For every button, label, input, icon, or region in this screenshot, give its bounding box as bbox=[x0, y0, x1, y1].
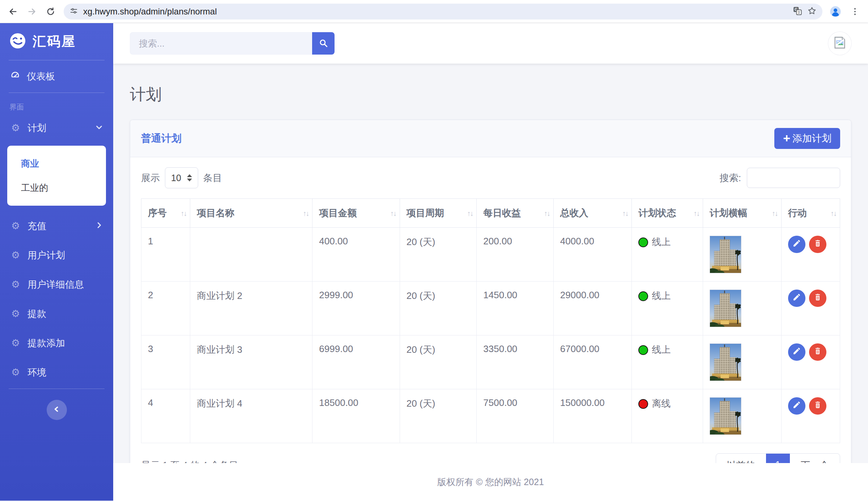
delete-button[interactable] bbox=[809, 343, 826, 361]
table-search-input[interactable] bbox=[747, 168, 840, 188]
plan-banner-image bbox=[710, 236, 741, 273]
site-settings-icon[interactable] bbox=[69, 7, 78, 17]
edit-button[interactable] bbox=[788, 343, 805, 361]
sidebar-item-label: 用户详细信息 bbox=[27, 278, 84, 291]
pagination-page-1[interactable]: 1 bbox=[766, 454, 790, 463]
profile-avatar-icon[interactable] bbox=[830, 6, 841, 17]
brand[interactable]: 汇码屋 bbox=[0, 23, 113, 59]
cell-amount: 6999.00 bbox=[312, 335, 400, 389]
translate-icon[interactable]: G文 bbox=[793, 6, 802, 17]
browser-menu-icon[interactable] bbox=[849, 6, 861, 17]
cell-actions bbox=[781, 282, 840, 335]
pencil-icon bbox=[792, 239, 801, 250]
column-name[interactable]: 项目名称 bbox=[190, 199, 312, 228]
column-period[interactable]: 项目周期 bbox=[400, 199, 477, 228]
cell-daily-profit: 200.00 bbox=[477, 228, 554, 282]
cell-serial: 4 bbox=[141, 389, 190, 443]
status-dot-online bbox=[638, 237, 648, 247]
cell-daily-profit: 3350.00 bbox=[477, 335, 554, 389]
plan-banner-image bbox=[710, 290, 741, 327]
add-plan-label: 添加计划 bbox=[792, 132, 831, 145]
sidebar-item-user-details[interactable]: 用户详细信息 bbox=[0, 270, 113, 299]
submenu-item-business[interactable]: 商业 bbox=[7, 151, 106, 176]
delete-button[interactable] bbox=[809, 397, 826, 415]
edit-button[interactable] bbox=[788, 397, 805, 415]
cell-serial: 2 bbox=[141, 282, 190, 335]
status-label: 线上 bbox=[652, 236, 671, 247]
dashboard-gauge-icon bbox=[10, 70, 20, 83]
pagination-next[interactable]: 下一个 bbox=[790, 454, 840, 463]
user-avatar[interactable] bbox=[828, 32, 851, 55]
sidebar-item-label: 充值 bbox=[27, 220, 46, 232]
cell-actions bbox=[781, 228, 840, 282]
sidebar-collapse-button[interactable] bbox=[47, 400, 67, 420]
column-amount[interactable]: 项目金额 bbox=[312, 199, 400, 228]
back-icon[interactable] bbox=[7, 6, 19, 17]
broken-image-icon bbox=[833, 35, 847, 51]
url-text[interactable]: xg.hwym.shop/admin/plans/normal bbox=[83, 7, 788, 17]
table-body: 1400.0020 (天)200.004000.00线上 2商业计划 22999… bbox=[141, 228, 840, 443]
sidebar-item-dashboard[interactable]: 仪表板 bbox=[0, 62, 113, 91]
search-input[interactable] bbox=[130, 32, 312, 55]
card-title: 普通计划 bbox=[141, 132, 182, 145]
column-serial[interactable]: 序号 bbox=[141, 199, 190, 228]
search-button[interactable] bbox=[312, 32, 335, 55]
sort-icon bbox=[693, 209, 699, 217]
column-actions[interactable]: 行动 bbox=[781, 199, 840, 228]
cell-actions bbox=[781, 389, 840, 443]
divider bbox=[9, 389, 105, 389]
table-row: 1400.0020 (天)200.004000.00线上 bbox=[141, 228, 840, 282]
sidebar-item-recharge[interactable]: 充值 bbox=[0, 211, 113, 241]
svg-text:文: 文 bbox=[797, 10, 801, 14]
entries-label: 条目 bbox=[203, 172, 222, 184]
status-dot-online bbox=[638, 345, 648, 355]
sort-icon bbox=[303, 209, 309, 217]
cell-serial: 1 bbox=[141, 228, 190, 282]
table-row: 4商业计划 418500.0020 (天)7500.00150000.00离线 bbox=[141, 389, 840, 443]
status-label: 线上 bbox=[652, 290, 671, 301]
column-total-income[interactable]: 总收入 bbox=[553, 199, 631, 228]
trash-icon bbox=[813, 239, 822, 250]
address-bar[interactable]: xg.hwym.shop/admin/plans/normal G文 bbox=[64, 4, 822, 20]
column-status[interactable]: 计划状态 bbox=[632, 199, 703, 228]
sidebar-item-plans[interactable]: 计划 bbox=[0, 114, 113, 143]
sidebar-item-environment[interactable]: 环境 bbox=[0, 358, 113, 387]
table-header-row: 序号 项目名称 项目金额 项目周期 每日收益 总收入 计划状态 计划横幅 行动 bbox=[141, 199, 840, 228]
cell-name: 商业计划 2 bbox=[190, 282, 312, 335]
sidebar-item-withdraw[interactable]: 提款 bbox=[0, 299, 113, 329]
column-daily-profit[interactable]: 每日收益 bbox=[477, 199, 554, 228]
forward-icon[interactable] bbox=[26, 6, 38, 17]
pencil-icon bbox=[792, 401, 801, 412]
column-banner[interactable]: 计划横幅 bbox=[703, 199, 781, 228]
sort-icon bbox=[180, 209, 186, 217]
cell-total-income: 4000.00 bbox=[553, 228, 631, 282]
pagination: 以前的 1 下一个 bbox=[716, 453, 840, 463]
edit-button[interactable] bbox=[788, 236, 805, 253]
reload-icon[interactable] bbox=[45, 6, 56, 17]
divider bbox=[9, 60, 105, 60]
bookmark-star-icon[interactable] bbox=[807, 6, 817, 17]
table-row: 3商业计划 36999.0020 (天)3350.0067000.00线上 bbox=[141, 335, 840, 389]
delete-button[interactable] bbox=[809, 290, 826, 307]
add-plan-button[interactable]: 添加计划 bbox=[774, 128, 840, 149]
status-dot-offline bbox=[638, 399, 648, 409]
delete-button[interactable] bbox=[809, 236, 826, 253]
page-size-select[interactable]: 10 bbox=[165, 167, 198, 188]
card-body: 展示 10 条目 搜索: bbox=[130, 157, 851, 463]
pagination-previous[interactable]: 以前的 bbox=[716, 454, 766, 463]
sidebar-item-user-plans[interactable]: 用户计划 bbox=[0, 241, 113, 270]
page-title: 计划 bbox=[130, 84, 851, 105]
trash-icon bbox=[813, 401, 822, 412]
sidebar-section-label: 界面 bbox=[0, 94, 113, 114]
edit-button[interactable] bbox=[788, 290, 805, 307]
cell-total-income: 67000.00 bbox=[553, 335, 631, 389]
trash-icon bbox=[813, 347, 822, 358]
submenu-item-industrial[interactable]: 工业的 bbox=[7, 176, 106, 200]
cell-name: 商业计划 3 bbox=[190, 335, 312, 389]
sort-icon bbox=[544, 209, 550, 217]
card-header: 普通计划 添加计划 bbox=[130, 120, 851, 157]
show-label: 展示 bbox=[141, 172, 160, 184]
sidebar-item-label: 计划 bbox=[27, 122, 46, 134]
cell-banner bbox=[703, 282, 781, 335]
sidebar-item-withdraw-add[interactable]: 提款添加 bbox=[0, 329, 113, 358]
